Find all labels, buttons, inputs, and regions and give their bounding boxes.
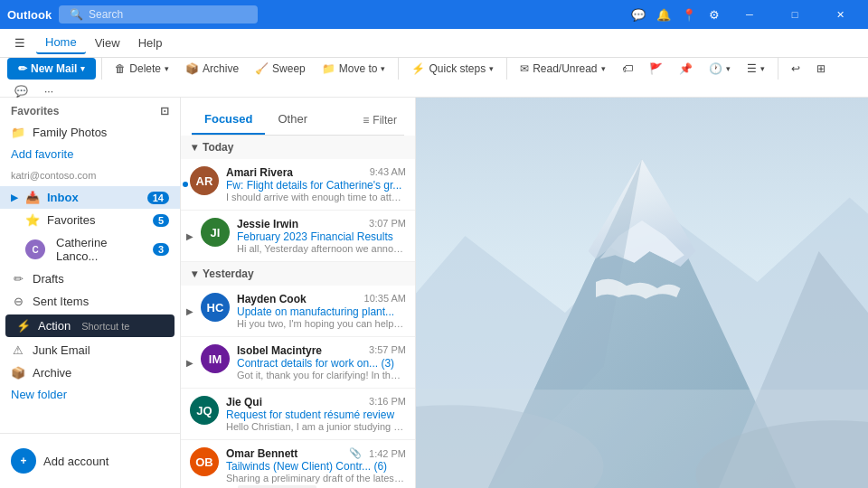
message-item[interactable]: ▶ JI Jessie Irwin 3:07 PM February 2023 … (181, 211, 415, 262)
sidebar-new-folder[interactable]: New folder (0, 384, 180, 405)
message-preview: Hello Christian, I am a junior studying … (226, 421, 406, 432)
bell-icon[interactable]: 🔔 (653, 4, 675, 25)
sidebar-item-family-photos[interactable]: 📁 Family Photos (0, 121, 180, 144)
quick-steps-button[interactable]: ⚡Quick steps▾ (404, 59, 501, 79)
sweep-button[interactable]: 🧹Sweep (248, 59, 313, 79)
archive-icon: 📦 (185, 62, 199, 75)
tab-other[interactable]: Other (265, 105, 320, 135)
message-tabs: Focused Other ≡ Filter (192, 105, 404, 136)
tag-button[interactable]: 🏷 (615, 59, 640, 79)
sidebar-item-sent[interactable]: ⊖ Sent Items (0, 290, 180, 313)
message-item[interactable]: JQ Jie Qui 3:16 PM Request for student r… (181, 389, 415, 440)
message-time: 9:43 AM (370, 166, 406, 177)
unread-dot (183, 182, 188, 187)
toolbar: ✏ New Mail ▾ 🗑Delete▾ 📦Archive 🧹Sweep 📁M… (0, 58, 868, 98)
message-preview: Hi you two, I'm hoping you can help me (237, 318, 406, 329)
delete-icon: 🗑 (115, 62, 126, 75)
inbox-badge: 14 (147, 192, 169, 204)
filter-button[interactable]: ≡ Filter (355, 105, 404, 135)
collapse-icon[interactable]: ▾ (192, 267, 197, 280)
undo-icon: ↩ (791, 62, 800, 75)
sidebar-item-drafts[interactable]: ✏ Drafts (0, 267, 180, 290)
sidebar-add-favorite[interactable]: Add favorite (0, 144, 180, 164)
message-sender: Amari Rivera (226, 166, 293, 179)
attachment-icon: 📎 (349, 447, 362, 459)
move-to-button[interactable]: 📁Move to▾ (315, 59, 393, 79)
catherine-avatar: C (25, 239, 45, 259)
sidebar-item-catherine[interactable]: C Catherine Lanco... 3 (0, 231, 180, 267)
maximize-button[interactable]: □ (774, 0, 816, 29)
settings-icon[interactable]: ⚙ (703, 4, 725, 25)
message-item[interactable]: AR Amari Rivera 9:43 AM Fw: Flight detai… (181, 159, 415, 211)
message-item[interactable]: ▶ IM Isobel Macintyre 3:57 PM Contract d… (181, 337, 415, 389)
message-time: 3:57 PM (369, 344, 406, 355)
collapse-icon[interactable]: ▾ (192, 141, 197, 154)
titlebar: Outlook 🔍 💬 🔔 📍 ⚙ ─ □ ✕ (0, 0, 868, 29)
message-item[interactable]: OB Omar Bennett 📎 1:42 PM Tailwinds (New… (181, 440, 415, 488)
expand-arrow-icon: ▶ (186, 231, 193, 241)
main-layout: Favorites ⊡ 📁 Family Photos Add favorite… (0, 98, 868, 488)
search-bar[interactable]: 🔍 (59, 5, 258, 23)
sent-icon: ⊖ (11, 295, 25, 308)
more-icon: ··· (44, 85, 53, 98)
message-preview: I should arrive with enough time to atte… (226, 192, 406, 202)
message-time: 3:07 PM (369, 218, 406, 229)
menu-home[interactable]: Home (36, 32, 86, 54)
titlebar-left: Outlook 🔍 (7, 5, 258, 23)
expand-arrow-icon: ▶ (186, 358, 193, 368)
svg-rect-9 (416, 389, 868, 488)
speech-icon: 💬 (14, 85, 28, 98)
message-subject: February 2023 Financial Results (237, 230, 406, 243)
new-mail-button[interactable]: ✏ New Mail ▾ (7, 58, 96, 80)
menu-help[interactable]: Help (129, 33, 172, 53)
minimize-button[interactable]: ─ (729, 0, 770, 29)
sidebar-item-junk[interactable]: ⚠ Junk Email (0, 339, 180, 361)
mountain-svg (416, 98, 868, 488)
message-content: Jie Qui 3:16 PM Request for student résu… (226, 396, 406, 432)
envelope-icon: ✉ (520, 62, 529, 75)
pin-button[interactable]: 📌 (672, 59, 700, 79)
sidebar-item-archive[interactable]: 📦 Archive (0, 361, 180, 384)
message-content: Jessie Irwin 3:07 PM February 2023 Finan… (237, 218, 406, 254)
junk-icon: ⚠ (11, 343, 25, 357)
avatar: IM (201, 344, 230, 373)
time-button[interactable]: 🕐▾ (702, 59, 738, 79)
chat-icon[interactable]: 💬 (627, 4, 649, 25)
read-unread-button[interactable]: ✉Read/Unread▾ (513, 59, 612, 79)
sidebar-item-favorites-sub[interactable]: ⭐ Favorites 5 (0, 209, 180, 231)
sweep-icon: 🧹 (255, 62, 269, 75)
drafts-icon: ✏ (11, 272, 25, 286)
sidebar-bottom: + Add account (0, 433, 180, 488)
flag-button[interactable]: 🚩 (642, 59, 670, 79)
message-content: Omar Bennett 📎 1:42 PM Tailwinds (New Cl… (226, 447, 406, 488)
grid-button[interactable]: ⊞ (809, 59, 833, 79)
message-meta: Jessie Irwin 3:07 PM (237, 218, 406, 230)
message-sender: Hayden Cook (237, 293, 307, 305)
inbox-icon: 📥 (25, 191, 40, 204)
undo-button[interactable]: ↩ (784, 59, 807, 79)
message-item[interactable]: ▶ HC Hayden Cook 10:35 AM Update on manu… (181, 286, 415, 337)
view-button[interactable]: ☰▾ (740, 59, 772, 79)
new-mail-caret[interactable]: ▾ (80, 64, 85, 73)
message-time: 3:16 PM (369, 396, 406, 407)
sidebar-item-action[interactable]: ⚡ Action Shortcut te (5, 314, 175, 337)
message-sender: Isobel Macintyre (237, 344, 322, 357)
message-content: Isobel Macintyre 3:57 PM Contract detail… (237, 344, 406, 380)
close-button[interactable]: ✕ (819, 0, 861, 29)
toolbar-divider-4 (778, 58, 778, 80)
message-subject: Request for student résumé review (226, 408, 406, 421)
archive-sidebar-icon: 📦 (11, 366, 25, 380)
hamburger-menu[interactable]: ☰ (7, 31, 33, 56)
delete-button[interactable]: 🗑Delete▾ (108, 59, 176, 79)
message-meta: Jie Qui 3:16 PM (226, 396, 406, 408)
sidebar-expand-icon[interactable]: ⊡ (160, 105, 169, 117)
archive-button[interactable]: 📦Archive (178, 59, 246, 79)
add-account-button[interactable]: + Add account (0, 441, 180, 481)
menu-view[interactable]: View (86, 33, 129, 53)
bookmark-icon[interactable]: 📍 (678, 4, 700, 25)
search-input[interactable] (89, 8, 242, 21)
tab-focused[interactable]: Focused (192, 105, 265, 135)
message-sender: Jie Qui (226, 396, 262, 408)
message-sender: Jessie Irwin (237, 218, 298, 230)
sidebar-item-inbox[interactable]: ▶ 📥 Inbox 14 (0, 186, 180, 209)
